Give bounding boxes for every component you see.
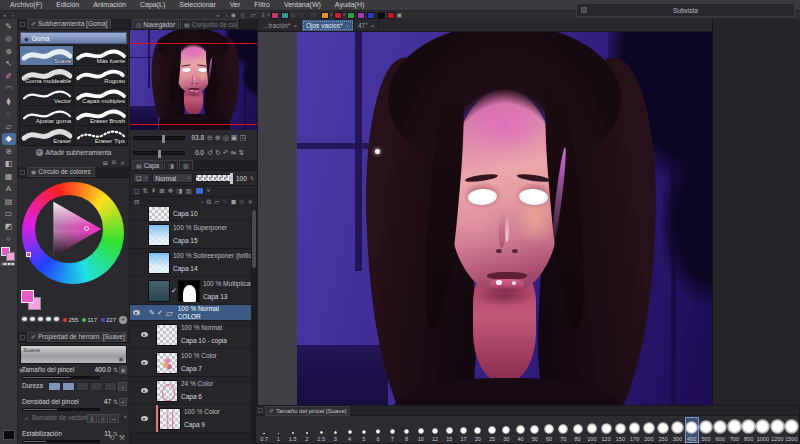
swatch-pink[interactable] <box>271 11 280 19</box>
layer-visibility-toggle[interactable] <box>139 332 149 337</box>
subtool-ajustar-goma[interactable]: Ajustar goma <box>20 106 73 125</box>
subtool-group-goma[interactable]: ◆ Goma <box>20 32 127 44</box>
pattern-red2[interactable] <box>387 11 396 19</box>
delete-subtool-icon[interactable]: ⨯ <box>120 159 125 166</box>
foreground-color-swatch[interactable] <box>21 290 34 303</box>
delete-layer-icon[interactable]: ⨯ <box>248 197 253 207</box>
color-wheel-panel-header[interactable]: ◉Círculo de colores <box>18 167 129 178</box>
painting[interactable] <box>297 32 712 444</box>
brush-size-15[interactable]: 15 <box>442 417 456 443</box>
brush-size-slider[interactable] <box>22 376 100 379</box>
brush-size-50[interactable]: 50 <box>528 417 542 443</box>
two-pane-icon[interactable]: ⊟ <box>134 197 139 207</box>
add-mask-icon[interactable]: ⊞ <box>239 197 244 207</box>
color-history-swatch[interactable] <box>53 316 60 322</box>
brush-size-1[interactable]: 1 <box>271 417 285 443</box>
layer-row[interactable]: ✎✓▱100 % NormalCOLOR <box>130 305 251 321</box>
subtool-vector[interactable]: Vector <box>20 86 73 105</box>
reset-rotation-icon[interactable]: ↶ <box>223 148 229 158</box>
actual-size-icon[interactable]: ▣ <box>231 133 238 143</box>
layer-type-dropdown[interactable]: ◻˅ <box>133 173 150 183</box>
open-file-icon[interactable]: ▱ <box>251 11 260 19</box>
tool-property-panel-header[interactable]: ✐Propiedad de herram. [Suave] <box>18 332 129 343</box>
menu-item-filtro[interactable]: Filtro <box>247 0 277 10</box>
brush-size-value[interactable]: 400.0 <box>95 366 111 373</box>
pattern-black[interactable] <box>377 11 386 19</box>
zoom-tool[interactable]: ◎ <box>2 33 16 46</box>
pin-icon[interactable]: ⇞ <box>151 186 156 196</box>
material-tool[interactable]: ▤ <box>2 195 16 208</box>
subtool-rugoso[interactable]: Rugoso <box>74 66 127 85</box>
clip-icon[interactable]: ◻ <box>134 186 139 196</box>
transparent-color-swatch[interactable] <box>1 262 15 266</box>
subtool-panel-menu-icon[interactable] <box>20 22 25 27</box>
balloon-tool[interactable]: ○ <box>2 233 16 246</box>
vector-mode3-button[interactable]: ━ <box>109 414 119 423</box>
ruler-icon[interactable]: ▥ <box>185 186 191 196</box>
hardness-expand-button[interactable]: › <box>118 382 127 391</box>
brush-size-500[interactable]: 500 <box>699 417 713 443</box>
add-color-icon[interactable]: + <box>119 316 127 324</box>
layer-visibility-toggle[interactable] <box>139 360 149 365</box>
palette-color-dropdown-icon[interactable]: ˅ <box>207 186 211 196</box>
brush-size-40[interactable]: 40 <box>514 417 528 443</box>
menu-item-seleccionar[interactable]: Seleccionar <box>172 0 223 10</box>
color-wheel-panel-menu-icon[interactable] <box>20 170 25 175</box>
menu-item-ventanaw[interactable]: Ventana(W) <box>277 0 328 10</box>
operation-tool[interactable]: ↖ <box>2 58 16 71</box>
brush-size-1.5[interactable]: 1.5 <box>286 417 300 443</box>
pattern-green[interactable] <box>347 11 356 19</box>
brush-size-panel-header[interactable]: ✐Tamaño del pincel [Suave] <box>256 406 799 416</box>
brush-size-1200[interactable]: 1200 <box>770 417 784 443</box>
fill-tool[interactable]: ◧ <box>2 158 16 171</box>
mask-icon[interactable]: ◨ <box>176 186 182 196</box>
lock-icon[interactable]: ▣ <box>118 355 124 362</box>
navigator-preview[interactable] <box>130 30 257 130</box>
layer-row[interactable]: ✓100 % MultiplicarCapa 13 <box>130 277 251 305</box>
new-layer-icon[interactable]: ▫ <box>201 197 203 207</box>
density-option-button[interactable]: ✐ <box>119 398 127 406</box>
fit-screen-icon[interactable]: ◎ <box>223 133 229 143</box>
rotate-left-icon[interactable]: ↺ <box>207 148 213 158</box>
brush-size-250[interactable]: 250 <box>656 417 670 443</box>
flip-vertical-icon[interactable]: ⇅ <box>239 148 245 158</box>
brush-size-800[interactable]: 800 <box>742 417 756 443</box>
gradient-tool[interactable]: ▦ <box>2 170 16 183</box>
layer-row[interactable]: 100 % NormalCapa 10 - copia <box>130 321 251 349</box>
canvas-document[interactable] <box>297 32 712 444</box>
subtool-panel-header[interactable]: ✐Subherramienta [Goma] <box>18 19 129 30</box>
brush-size-panel-menu-icon[interactable] <box>258 408 263 413</box>
lock-icon[interactable]: ⊠ <box>159 186 164 196</box>
subtool-eraser[interactable]: Eraser <box>20 126 73 145</box>
menu-item-archivof[interactable]: Archivo(F) <box>3 0 49 10</box>
layer-visibility-toggle[interactable] <box>139 388 149 393</box>
eraser-tool[interactable]: ◆ <box>2 133 16 146</box>
vector-dropdown-icon[interactable]: ˅ <box>123 414 127 420</box>
menu-item-animacin[interactable]: Animación <box>86 0 133 10</box>
pattern-blue[interactable] <box>367 11 376 19</box>
layer-row[interactable]: 100 % Sobreexponer (brillo)Capa 14 <box>130 249 251 277</box>
layer-row[interactable]: 100 % ColorCapa 9 <box>130 405 251 433</box>
brush-size-12[interactable]: 12 <box>428 417 442 443</box>
dim-copy-icon[interactable]: ⧉ <box>291 11 300 19</box>
zoom-in-icon[interactable]: ⊕ <box>215 133 221 143</box>
collapse-mid2-icon[interactable]: ‹ <box>223 12 231 18</box>
layer-visibility-toggle[interactable] <box>131 310 141 315</box>
alpha-lock-icon[interactable]: ⇅ <box>142 186 147 196</box>
merge-layer-icon[interactable]: ◼ <box>231 197 236 207</box>
sub-color-swatch[interactable] <box>6 252 15 261</box>
menu-item-capal[interactable]: Capa(L) <box>133 0 172 10</box>
collapse-left-icon[interactable]: « <box>0 12 9 18</box>
subview-toggle-icon[interactable]: ◉ <box>231 11 240 19</box>
layer-visibility-toggle[interactable] <box>139 416 149 421</box>
layer-row[interactable]: 100 % ColorCapa 7 <box>130 349 251 377</box>
tablet-icon[interactable]: ▣ <box>397 11 406 19</box>
tab-navigator[interactable]: ◎Navegador <box>132 19 179 29</box>
selection-tool[interactable]: ▭ <box>2 208 16 221</box>
subview-panel-menu-icon[interactable] <box>581 7 587 13</box>
brush-size-120[interactable]: 120 <box>599 417 613 443</box>
menu-item-edicin[interactable]: Edición <box>49 0 86 10</box>
reset-tool-icon[interactable]: ⟲ <box>109 434 115 442</box>
menu-item-ayudah[interactable]: Ayuda(H) <box>328 0 371 10</box>
duplicate-subtool-icon[interactable]: ⧉ <box>112 159 116 166</box>
